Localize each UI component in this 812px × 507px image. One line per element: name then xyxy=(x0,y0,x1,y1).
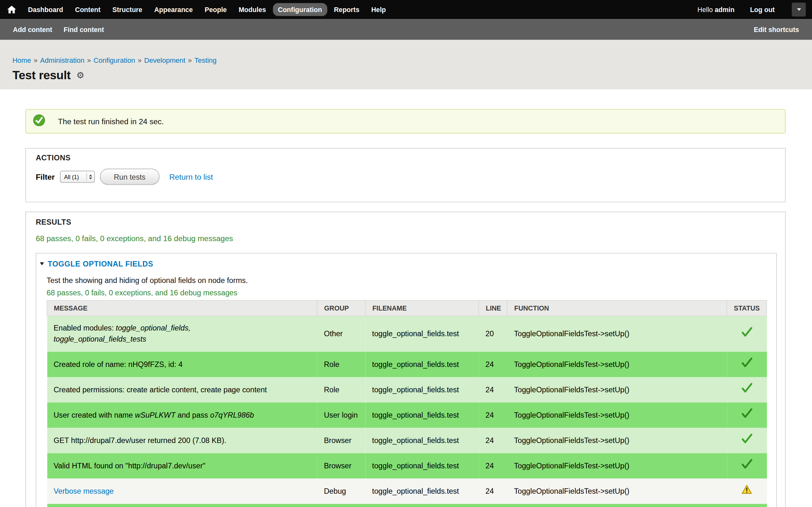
toolbar-toggle-button[interactable] xyxy=(792,3,806,16)
cell-message: Created permissions: create article cont… xyxy=(47,377,317,402)
toolbar-item-dashboard[interactable]: Dashboard xyxy=(23,3,68,16)
cell-group: Other xyxy=(317,316,365,352)
toolbar-item-structure[interactable]: Structure xyxy=(107,3,148,16)
toolbar-menu: Dashboard Content Structure Appearance P… xyxy=(23,3,393,16)
cell-status xyxy=(727,453,767,478)
cell-status xyxy=(727,377,767,402)
breadcrumb-separator: » xyxy=(34,56,38,64)
main-content: The test run finished in 24 sec. ACTIONS… xyxy=(0,89,812,507)
results-summary: 68 passes, 0 fails, 0 exceptions, and 16… xyxy=(36,234,777,243)
test-group-description: Test the showing and hiding of optional … xyxy=(47,276,767,285)
cell-group: Role xyxy=(317,377,365,402)
verbose-message-link[interactable]: Verbose message xyxy=(47,478,317,504)
breadcrumb-administration[interactable]: Administration xyxy=(40,56,85,64)
test-group-summary: 68 passes, 0 fails, 0 exceptions, and 16… xyxy=(47,289,767,297)
cell-message: GET http://drupal7.dev/user returned 200… xyxy=(47,428,317,453)
table-row: GET http://drupal7.dev/user returned 200… xyxy=(47,428,767,453)
results-panel: RESULTS 68 passes, 0 fails, 0 exceptions… xyxy=(26,212,786,507)
page: Dashboard Content Structure Appearance P… xyxy=(0,0,812,507)
table-row: Verbose message Debug toggle_optional_fi… xyxy=(47,478,767,504)
table-row: Enabled modules: toggle_optional_fields,… xyxy=(47,316,767,352)
col-header-group: GROUP xyxy=(317,300,365,316)
cell-line: 24 xyxy=(478,377,507,402)
breadcrumb-separator: » xyxy=(87,56,91,64)
cell-line: 20 xyxy=(478,316,507,352)
actions-legend: ACTIONS xyxy=(36,154,785,162)
cell-group: Debug xyxy=(317,478,365,504)
cell-function: ToggleOptionalFieldsTest->setUp() xyxy=(507,478,727,504)
collapse-arrow-icon xyxy=(40,262,44,266)
cell-group: User login xyxy=(317,402,365,428)
pass-icon xyxy=(741,383,753,394)
status-message-text: The test run finished in 24 sec. xyxy=(58,117,164,126)
breadcrumb: Home»Administration»Configuration»Develo… xyxy=(12,56,800,64)
title-band: Home»Administration»Configuration»Develo… xyxy=(0,40,812,90)
find-content-link[interactable]: Find content xyxy=(64,26,104,33)
return-to-list-link[interactable]: Return to list xyxy=(169,172,213,181)
table-row: Created role of name: nHQ9fFZS, id: 4 Ro… xyxy=(47,351,767,377)
test-group-title[interactable]: TOGGLE OPTIONAL FIELDS xyxy=(48,260,153,268)
toolbar-item-people[interactable]: People xyxy=(200,3,232,16)
run-tests-button[interactable]: Run tests xyxy=(100,169,159,185)
shortcut-bar: Add content Find content Edit shortcuts xyxy=(0,19,812,40)
cell-status xyxy=(727,316,767,352)
filter-select-value: All (1) xyxy=(64,174,79,180)
cell-function: ToggleOptionalFieldsTest->setUp() xyxy=(507,402,727,428)
cell-function: ToggleOptionalFieldsTest->setUp() xyxy=(507,316,727,352)
cell-group: Browser xyxy=(317,428,365,453)
pass-icon xyxy=(741,357,753,369)
breadcrumb-development[interactable]: Development xyxy=(144,56,186,64)
toolbar-right: Hello admin Log out xyxy=(698,3,806,16)
results-table: MESSAGE GROUP FILENAME LINE FUNCTION STA… xyxy=(47,300,767,507)
breadcrumb-configuration[interactable]: Configuration xyxy=(94,56,135,64)
admin-toolbar: Dashboard Content Structure Appearance P… xyxy=(0,0,812,19)
pass-icon xyxy=(741,433,753,445)
contextual-gear-icon[interactable]: ⚙ xyxy=(77,71,84,80)
cell-filename: toggle_optional_fields.test xyxy=(365,428,479,453)
edit-shortcuts-link[interactable]: Edit shortcuts xyxy=(754,26,799,33)
test-group-header[interactable]: TOGGLE OPTIONAL FIELDS xyxy=(40,260,767,268)
cell-filename: toggle_optional_fields.test xyxy=(365,478,479,504)
cell-line: 24 xyxy=(478,428,507,453)
col-header-message: MESSAGE xyxy=(47,300,317,316)
logout-link[interactable]: Log out xyxy=(745,3,780,16)
cell-function: ToggleOptionalFieldsTest->setUp() xyxy=(507,377,727,402)
col-header-function: FUNCTION xyxy=(507,300,727,316)
greeting: Hello admin xyxy=(698,6,734,13)
pass-icon xyxy=(741,408,753,419)
table-header-row: MESSAGE GROUP FILENAME LINE FUNCTION STA… xyxy=(47,300,767,316)
toolbar-item-modules[interactable]: Modules xyxy=(234,3,271,16)
breadcrumb-home[interactable]: Home xyxy=(12,56,31,64)
results-legend: RESULTS xyxy=(36,218,777,226)
filter-label: Filter xyxy=(36,172,55,181)
warning-icon xyxy=(742,485,752,494)
toolbar-item-content[interactable]: Content xyxy=(70,3,106,16)
cell-filename: toggle_optional_fields.test xyxy=(365,316,479,352)
status-message: The test run finished in 24 sec. xyxy=(26,109,786,133)
cell-function: ToggleOptionalFieldsTest->setUp() xyxy=(507,428,727,453)
chevron-down-icon xyxy=(797,8,801,11)
filter-select[interactable]: All (1) xyxy=(60,171,95,183)
toolbar-item-configuration[interactable]: Configuration xyxy=(273,3,327,16)
cell-line: 24 xyxy=(478,351,507,377)
toolbar-item-reports[interactable]: Reports xyxy=(328,3,364,16)
breadcrumb-separator: » xyxy=(138,56,142,64)
table-row: User created with name wSuPLKWT and pass… xyxy=(47,402,767,428)
toolbar-item-appearance[interactable]: Appearance xyxy=(149,3,198,16)
cell-filename: toggle_optional_fields.test xyxy=(365,402,479,428)
breadcrumb-testing[interactable]: Testing xyxy=(194,56,217,64)
home-icon[interactable] xyxy=(0,6,23,13)
cell-status xyxy=(727,428,767,453)
add-content-link[interactable]: Add content xyxy=(13,26,52,33)
toolbar-item-help[interactable]: Help xyxy=(366,3,391,16)
cell-status xyxy=(727,402,767,428)
cell-message: Valid HTML found on "http://drupal7.dev/… xyxy=(47,453,317,478)
cell-line: 24 xyxy=(478,478,507,504)
cell-message: User created with name wSuPLKWT and pass… xyxy=(47,402,317,428)
cell-function: ToggleOptionalFieldsTest->setUp() xyxy=(507,453,727,478)
table-row: Created permissions: create article cont… xyxy=(47,377,767,402)
cell-message: Created role of name: nHQ9fFZS, id: 4 xyxy=(47,351,317,377)
table-row-partial xyxy=(47,504,767,507)
select-arrows-icon xyxy=(86,173,92,180)
col-header-line: LINE xyxy=(478,300,507,316)
